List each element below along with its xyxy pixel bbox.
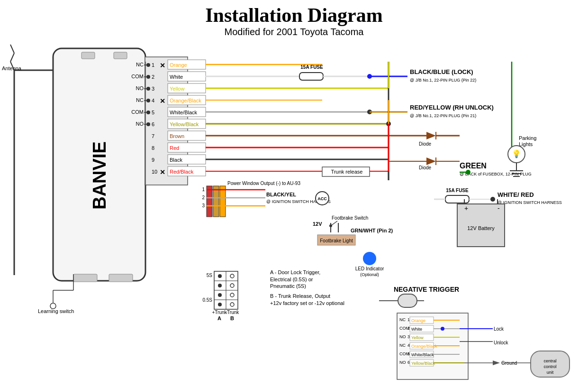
svg-text:Yellow/Black: Yellow/Black [411,361,435,366]
svg-rect-161 [457,204,505,247]
svg-text:A - Door Lock Trigger,: A - Door Lock Trigger, [270,269,320,275]
svg-point-148 [230,274,234,278]
svg-text:BLACK/YEL: BLACK/YEL [266,192,296,197]
svg-text:9: 9 [152,157,154,163]
svg-point-150 [230,284,234,287]
svg-point-14 [146,75,150,79]
svg-point-22 [146,99,150,102]
svg-rect-53 [168,143,206,152]
svg-rect-61 [299,73,323,80]
svg-text:LED Indicator: LED Indicator [355,266,384,271]
svg-point-64 [367,74,372,79]
svg-text:@ J/B No.1, 22-PIN PLUG (Pin 2: @ J/B No.1, 22-PIN PLUG (Pin 22) [410,78,476,83]
svg-text:1: 1 [407,317,410,322]
svg-rect-51 [168,131,206,140]
svg-text:✕: ✕ [160,168,165,176]
svg-text:5: 5 [407,351,410,356]
svg-text:Orange/Black: Orange/Black [411,344,437,349]
svg-text:(Optional): (Optional) [360,272,379,277]
svg-rect-3 [114,52,127,59]
svg-text:NC: NC [399,343,406,348]
svg-point-147 [218,274,222,278]
svg-text:@ IGNITION SWITCH HARNESS: @ IGNITION SWITCH HARNESS [498,200,562,205]
svg-text:Parking: Parking [519,135,536,141]
svg-rect-110 [213,186,219,217]
svg-rect-111 [220,186,226,217]
svg-text:@ BACK of FUSEBOX, 12-PIN PLUG: @ BACK of FUSEBOX, 12-PIN PLUG [460,172,532,176]
svg-text:-: - [498,204,500,212]
svg-rect-41 [168,72,206,81]
svg-line-224 [10,53,14,62]
svg-text:NC: NC [136,97,144,103]
svg-text:5: 5 [152,110,154,115]
svg-text:White/Black: White/Black [411,352,434,357]
svg-text:A: A [217,315,221,321]
svg-text:White: White [411,327,422,332]
svg-text:NO: NO [399,360,406,365]
main-container: Installation Diagram Modified for 2001 T… [0,0,588,388]
svg-text:Diode: Diode [419,165,432,170]
svg-text:Electrical (0.5S) or: Electrical (0.5S) or [270,277,313,282]
svg-text:+Trunk: +Trunk [212,310,227,315]
svg-text:1: 1 [152,62,154,68]
svg-text:6: 6 [152,121,154,127]
wiring-diagram: BANVIE NC 1 COM 2 NO 3 NC 4 CO [0,0,588,388]
svg-point-18 [146,87,150,91]
svg-text:12V Battery: 12V Battery [467,225,495,231]
svg-rect-185 [410,325,434,332]
svg-rect-216 [531,351,570,377]
svg-rect-81 [322,167,370,176]
svg-text:White: White [170,74,183,80]
svg-text:Orange: Orange [170,62,187,68]
svg-rect-47 [168,107,206,117]
svg-point-139 [363,252,376,265]
svg-rect-109 [207,186,212,217]
svg-text:Power Window Output (-) to AU-: Power Window Output (-) to AU-93 [227,181,300,186]
svg-text:3: 3 [152,86,154,92]
svg-marker-86 [426,132,436,139]
svg-text:White/Black: White/Black [170,110,198,115]
svg-point-149 [218,284,222,287]
svg-text:Red/Black: Red/Black [170,169,194,175]
svg-text:2: 2 [202,195,205,200]
svg-text:GRN/WHT (Pin 2): GRN/WHT (Pin 2) [351,228,393,233]
svg-rect-210 [410,360,434,366]
svg-text:@ J/B No.1, 22-PIN PLUG (Pin 2: @ J/B No.1, 22-PIN PLUG (Pin 21) [410,113,476,118]
svg-rect-39 [168,60,206,69]
svg-rect-173 [398,294,417,307]
svg-text:ACC: ACC [317,196,327,201]
svg-text:Antenna: Antenna [2,65,22,71]
svg-point-133 [329,224,332,227]
svg-rect-55 [168,155,206,164]
svg-line-134 [331,221,337,226]
svg-text:NC: NC [399,317,406,322]
svg-text:Yellow: Yellow [411,335,424,340]
svg-rect-49 [168,119,206,129]
svg-rect-57 [168,166,206,176]
svg-text:BANVIE: BANVIE [90,141,109,210]
svg-point-10 [146,63,150,67]
svg-text:5S: 5S [207,273,213,278]
svg-text:GREEN: GREEN [460,162,487,170]
svg-text:✕: ✕ [160,97,165,105]
svg-point-76 [386,121,391,126]
svg-text:8: 8 [152,145,154,151]
title-section: Installation Diagram Modified for 2001 T… [0,0,588,37]
svg-text:2: 2 [407,326,410,331]
svg-text:15A FUSE: 15A FUSE [446,188,469,193]
svg-rect-4 [73,274,97,282]
svg-text:Orange: Orange [411,318,425,323]
svg-text:Footbrake Light: Footbrake Light [320,238,353,243]
svg-text:Red: Red [170,145,179,151]
svg-text:✕: ✕ [160,62,165,69]
svg-rect-6 [145,57,188,185]
svg-text:WHITE/ RED: WHITE/ RED [498,191,534,198]
svg-text:Black: Black [170,157,182,163]
svg-text:Learning switch: Learning switch [38,308,74,314]
svg-text:-Trunk: -Trunk [226,310,240,315]
svg-text:BLACK/BLUE (LOCK): BLACK/BLUE (LOCK) [410,68,473,75]
svg-text:NO: NO [399,334,406,339]
svg-rect-198 [410,342,434,349]
svg-text:central: central [543,359,556,363]
svg-text:Pneumatic (5S): Pneumatic (5S) [270,283,306,289]
